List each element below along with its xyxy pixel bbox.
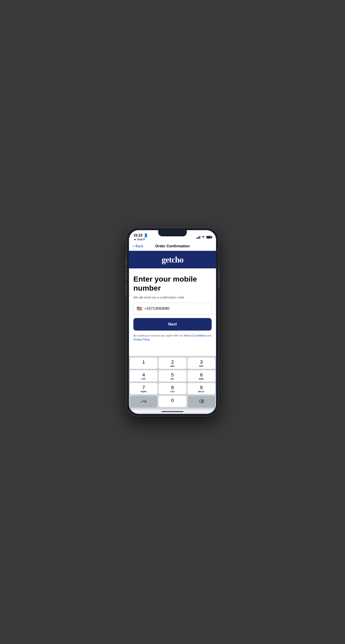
status-search: ◄ Search [133,238,148,241]
battery-icon [206,236,212,238]
privacy-policy-link[interactable]: Privacy Policy [133,338,150,341]
wifi-icon [201,236,205,239]
power-button [219,269,219,287]
key-7[interactable]: 7 PQRS [130,383,157,394]
back-button[interactable]: < Back [133,244,143,248]
key-5[interactable]: 5 JKL [159,370,186,382]
svg-point-0 [203,238,203,238]
main-content: Enter your mobile number We will send yo… [129,268,216,356]
keyboard-row-4: +*# 0 [130,396,215,407]
volume-up-button [126,268,126,280]
signal-icon [196,236,200,239]
nav-bar: < Back Order Confirmation [129,242,216,251]
phone-input-wrapper[interactable]: 🇺🇸 [133,303,212,314]
brand-logo: getcho [133,255,212,264]
page-title: Enter your mobile number [133,274,212,292]
key-1[interactable]: 1 [130,358,157,369]
key-delete[interactable] [188,396,215,407]
keyboard-row-1: 1 2 ABC 3 DEF [130,358,215,369]
status-left: 15:23 👤 ◄ Search [133,233,148,241]
volume-down-button [126,282,126,295]
key-9[interactable]: 9 WXYZ [188,383,215,394]
key-4[interactable]: 4 GHI [130,370,157,382]
key-2[interactable]: 2 ABC [159,358,186,369]
keyboard-row-3: 7 PQRS 8 TUV 9 WXYZ [130,383,215,394]
phone-screen: 15:23 👤 ◄ Search [129,230,216,414]
subtitle-text: We will send you a confirmation code. [133,296,212,299]
phone-input[interactable] [144,306,208,311]
brand-header: getcho [129,251,216,268]
phone-device: 15:23 👤 ◄ Search [126,228,219,416]
key-0[interactable]: 0 [159,396,186,407]
home-indicator [129,410,216,414]
terms-text: By creating an account you agree with ou… [133,334,212,342]
key-3[interactable]: 3 DEF [188,358,215,369]
keyboard-row-2: 4 GHI 5 JKL 6 MNO [130,370,215,382]
numeric-keyboard: 1 2 ABC 3 DEF 4 GHI 5 [129,356,216,410]
volume-mute-button [126,258,126,265]
notch [158,230,187,236]
status-time: 15:23 👤 [133,233,148,238]
nav-title: Order Confirmation [155,244,190,248]
key-6[interactable]: 6 MNO [188,370,215,382]
status-right [196,236,212,239]
next-button[interactable]: Next [133,318,212,330]
key-8[interactable]: 8 TUV [159,383,186,394]
key-symbols[interactable]: +*# [130,396,157,407]
person-icon: 👤 [144,233,148,238]
terms-conditions-link[interactable]: Terms & Conditions [183,334,206,337]
home-bar [162,411,183,412]
flag-icon: 🇺🇸 [137,306,142,311]
